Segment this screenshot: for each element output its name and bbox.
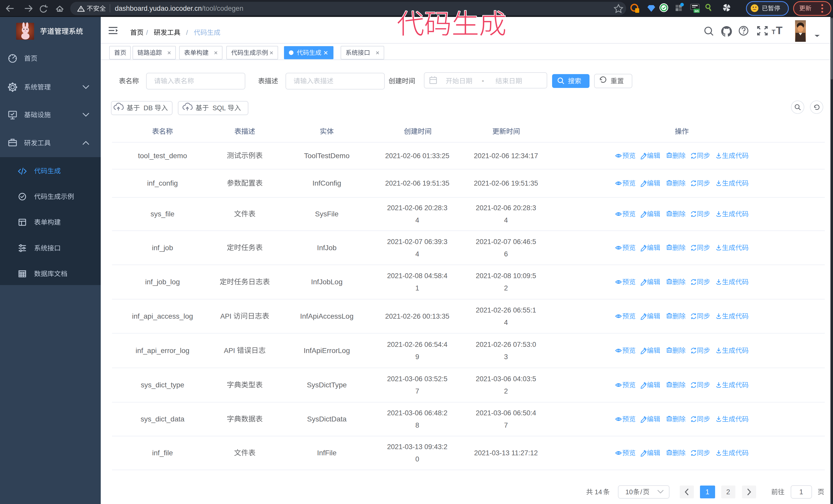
svg-text:2021-03-06 06:50:4: 2021-03-06 06:50:4 [476, 409, 536, 417]
svg-text:T: T [772, 28, 776, 35]
svg-text:InfApiAccessLog: InfApiAccessLog [300, 312, 354, 320]
svg-text:0: 0 [415, 455, 419, 463]
svg-text:T: T [776, 24, 783, 37]
svg-text:2021-02-26 00:13:35: 2021-02-26 00:13:35 [385, 312, 450, 320]
svg-text:1: 1 [799, 488, 803, 496]
svg-text:2021-03-13 09:43:2: 2021-03-13 09:43:2 [387, 443, 448, 451]
svg-text:2021-02-26 06:54:4: 2021-02-26 06:54:4 [387, 341, 448, 349]
svg-text:InfFile: InfFile [317, 449, 336, 457]
svg-text:4: 4 [415, 216, 419, 224]
svg-text:2021-03-13 11:27:12: 2021-03-13 11:27:12 [474, 449, 538, 457]
svg-text:inf_job_log: inf_job_log [145, 278, 180, 286]
svg-text:2: 2 [504, 284, 508, 292]
svg-text:InfApiErrorLog: InfApiErrorLog [304, 346, 350, 355]
svg-text:sys_file: sys_file [150, 210, 174, 218]
svg-text:DB: DB [144, 104, 153, 112]
svg-text:API: API [224, 347, 235, 355]
svg-text:API: API [220, 312, 232, 320]
svg-text:2021-02-26 07:53:0: 2021-02-26 07:53:0 [476, 341, 536, 349]
svg-text:2021-02-07 06:39:3: 2021-02-07 06:39:3 [387, 238, 448, 246]
svg-text:inf_job: inf_job [152, 244, 173, 252]
svg-text:2021-02-06 19:51:35: 2021-02-06 19:51:35 [474, 179, 538, 187]
svg-text:SysDictData: SysDictData [307, 415, 347, 423]
svg-text:InfConfig: InfConfig [312, 179, 341, 187]
svg-text:-: - [482, 77, 484, 85]
svg-text:6: 6 [504, 250, 508, 258]
svg-text:dashboard.yudao.iocoder.cn/too: dashboard.yudao.iocoder.cn/tool/codegen [115, 5, 243, 12]
svg-text:2021-02-08 10:09:5: 2021-02-08 10:09:5 [476, 272, 536, 280]
svg-text:7: 7 [504, 422, 508, 429]
svg-text:4: 4 [504, 319, 508, 326]
svg-text:SQL: SQL [213, 104, 226, 112]
svg-text:/: / [640, 488, 642, 496]
svg-text:2: 2 [726, 488, 730, 496]
svg-text:/: / [146, 29, 148, 37]
svg-text:2021-02-06 01:33:25: 2021-02-06 01:33:25 [385, 152, 450, 160]
svg-text:8: 8 [415, 422, 419, 429]
svg-text:2021-02-07 06:46:5: 2021-02-07 06:46:5 [476, 238, 536, 246]
svg-text:7: 7 [415, 387, 419, 395]
svg-text:inf_config: inf_config [147, 179, 178, 187]
svg-text:/: / [186, 29, 188, 37]
svg-text:2021-03-06 06:48:2: 2021-03-06 06:48:2 [387, 409, 448, 417]
svg-text:2021-03-06 04:03:5: 2021-03-06 04:03:5 [476, 375, 536, 383]
svg-text:2021-03-06 03:52:5: 2021-03-06 03:52:5 [387, 375, 448, 383]
svg-text:9: 9 [415, 353, 419, 361]
svg-text:SysDictType: SysDictType [307, 381, 347, 389]
svg-text:inf_api_error_log: inf_api_error_log [136, 346, 189, 355]
svg-text:2021-02-26 06:55:1: 2021-02-26 06:55:1 [476, 306, 536, 314]
svg-text:2021-02-06 12:34:17: 2021-02-06 12:34:17 [474, 152, 538, 160]
svg-text:1: 1 [415, 284, 419, 292]
svg-text:2021-02-06 20:28:3: 2021-02-06 20:28:3 [476, 204, 536, 212]
svg-text:sys_dict_data: sys_dict_data [140, 415, 185, 423]
svg-text:4: 4 [415, 250, 419, 258]
svg-text:2: 2 [504, 387, 508, 395]
svg-text:14: 14 [595, 488, 602, 496]
svg-text:InfJob: InfJob [317, 244, 336, 252]
svg-text:inf_api_access_log: inf_api_access_log [132, 312, 193, 320]
svg-text:SysFile: SysFile [315, 210, 339, 218]
svg-text:4: 4 [504, 216, 508, 224]
svg-text:3: 3 [504, 353, 508, 361]
svg-text:tool_test_demo: tool_test_demo [138, 152, 187, 160]
svg-text:sys_dict_type: sys_dict_type [141, 381, 184, 389]
svg-text:2021-02-08 04:58:4: 2021-02-08 04:58:4 [387, 272, 448, 280]
svg-text:inf_file: inf_file [152, 449, 173, 457]
svg-text:on: on [695, 9, 699, 13]
svg-text:2021-02-06 20:28:3: 2021-02-06 20:28:3 [387, 204, 448, 212]
svg-text:InfJobLog: InfJobLog [311, 278, 343, 286]
svg-text:1: 1 [705, 488, 709, 496]
svg-text:10: 10 [625, 488, 633, 496]
svg-text:2021-02-06 19:51:35: 2021-02-06 19:51:35 [385, 179, 450, 187]
svg-text:ToolTestDemo: ToolTestDemo [304, 152, 349, 160]
